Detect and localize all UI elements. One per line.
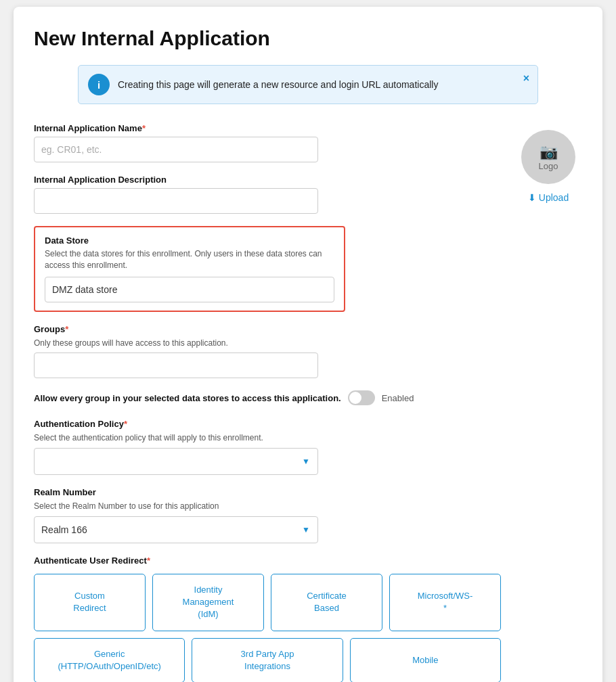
redirect-mobile-button[interactable]: Mobile (350, 638, 501, 682)
toggle-row: Allow every group in your selected data … (34, 390, 501, 405)
upload-arrow-icon: ⬇ (528, 192, 536, 203)
upload-button[interactable]: ⬇ Upload (528, 192, 569, 203)
realm-number-group: Realm Number Select the Realm Number to … (34, 487, 501, 543)
camera-icon: 📷 (540, 143, 558, 161)
close-banner-button[interactable]: × (523, 72, 529, 85)
redirect-custom-redirect-button[interactable]: CustomRedirect (34, 574, 146, 631)
app-name-input[interactable] (34, 137, 318, 162)
app-desc-input[interactable] (34, 188, 318, 214)
info-banner-text: Creating this page will generate a new r… (118, 78, 528, 92)
page-title: New Internal Application (34, 27, 582, 50)
groups-group: Groups* Only these groups will have acce… (34, 324, 501, 379)
allow-groups-toggle[interactable] (348, 390, 375, 405)
datastore-label: Data Store (45, 235, 334, 246)
realm-select[interactable]: Realm 166 Realm 100 Realm 200 (34, 516, 318, 543)
groups-label: Groups* (34, 324, 501, 334)
form-section: Internal Application Name* Internal Appl… (34, 123, 582, 682)
redirect-section: Authenticate User Redirect* CustomRedire… (34, 555, 501, 682)
realm-sublabel: Select the Realm Number to use for this … (34, 501, 501, 512)
logo-placeholder: 📷 Logo (521, 130, 575, 184)
main-card: New Internal Application i Creating this… (14, 7, 602, 682)
app-name-group: Internal Application Name* (34, 123, 501, 162)
app-desc-group: Internal Application Description (34, 175, 501, 214)
redirect-certificate-based-button[interactable]: CertificateBased (271, 574, 382, 631)
auth-policy-group: Authentication Policy* Select the authen… (34, 419, 501, 475)
datastore-sublabel: Select the data stores for this enrollme… (45, 248, 334, 271)
redirect-microsoft-ws-button[interactable]: Microsoft/WS-* (389, 574, 501, 631)
redirect-identity-management-button[interactable]: IdentityManagement(IdM) (152, 574, 264, 631)
datastore-section: Data Store Select the data stores for th… (34, 226, 345, 312)
redirect-buttons-row1: CustomRedirect IdentityManagement(IdM) C… (34, 574, 501, 631)
groups-sublabel: Only these groups will have access to th… (34, 338, 501, 349)
redirect-buttons-row2: Generic(HTTP/OAuth/OpenID/etc) 3rd Party… (34, 638, 501, 682)
toggle-label: Allow every group in your selected data … (34, 393, 341, 403)
auth-policy-label: Authentication Policy* (34, 419, 501, 429)
form-main: Internal Application Name* Internal Appl… (34, 123, 501, 682)
redirect-label: Authenticate User Redirect* (34, 555, 501, 566)
auth-policy-sublabel: Select the authentication policy that wi… (34, 432, 501, 444)
redirect-generic-button[interactable]: Generic(HTTP/OAuth/OpenID/etc) (34, 638, 185, 682)
auth-policy-select[interactable] (34, 448, 318, 475)
toggle-status: Enabled (382, 393, 414, 403)
upload-label: Upload (539, 192, 569, 203)
logo-upload-section: 📷 Logo ⬇ Upload (514, 123, 582, 682)
info-banner: i Creating this page will generate a new… (78, 65, 538, 104)
realm-label: Realm Number (34, 487, 501, 497)
redirect-3rd-party-button[interactable]: 3rd Party AppIntegrations (192, 638, 343, 682)
app-name-label: Internal Application Name* (34, 123, 501, 133)
datastore-value[interactable]: DMZ data store (45, 277, 334, 302)
info-icon: i (88, 74, 110, 95)
groups-input[interactable] (34, 353, 318, 378)
app-desc-label: Internal Application Description (34, 175, 501, 185)
logo-label: Logo (539, 161, 558, 171)
